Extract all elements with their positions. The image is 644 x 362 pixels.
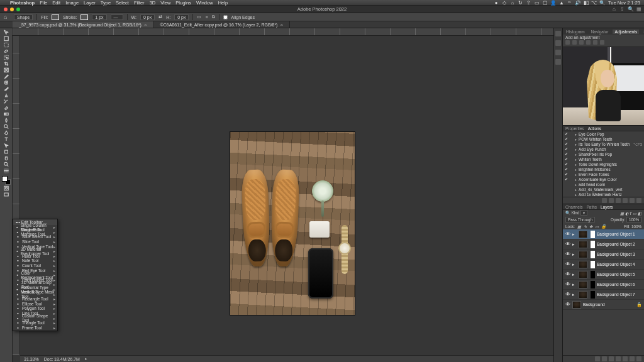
gradient-tool[interactable] xyxy=(4,111,9,117)
menubar-help[interactable]: Help xyxy=(218,0,228,6)
layer-thumbnail[interactable] xyxy=(579,281,587,288)
menubar-edit[interactable]: Edit xyxy=(52,0,60,6)
layer-row[interactable]: 👁▸Background Object 3 xyxy=(563,250,644,260)
action-row[interactable]: ✔▸Even Face Tones xyxy=(563,172,644,177)
path-arrange-icon[interactable]: ⧉ xyxy=(212,14,215,19)
lock-artboard-icon[interactable]: ▭ xyxy=(595,224,599,229)
layer-row[interactable]: 👁▸Background Object 5 xyxy=(563,270,644,280)
layer-row[interactable]: 👁▸Background Object 2 xyxy=(563,239,644,250)
layer-trash-icon[interactable] xyxy=(636,356,641,361)
adj-exposure-icon[interactable] xyxy=(586,40,591,45)
layer-mask-icon[interactable] xyxy=(609,356,614,361)
chevron-right-icon[interactable]: ▸ xyxy=(575,182,577,187)
visibility-toggle[interactable]: 👁 xyxy=(565,241,570,247)
layer-thumbnail[interactable] xyxy=(579,251,587,258)
marquee-tool[interactable] xyxy=(4,42,9,48)
action-dialog-checkbox[interactable] xyxy=(570,178,573,181)
tab-channels[interactable]: Channels xyxy=(565,205,582,209)
actions-record-icon[interactable] xyxy=(609,198,614,203)
crop-tool[interactable] xyxy=(4,61,9,67)
chevron-right-icon[interactable]: ▸ xyxy=(575,162,577,167)
menubar-app[interactable]: Photoshop xyxy=(10,0,35,6)
action-row[interactable]: ✔▸SharkPixel Iris Pop xyxy=(563,151,644,156)
adj-brightness-icon[interactable] xyxy=(565,40,570,45)
chevron-right-icon[interactable]: ▸ xyxy=(575,132,577,136)
action-row[interactable]: ✔▸POW Whiten Teeth xyxy=(563,136,644,141)
status-clock[interactable]: Tue Nov 2 1:23 xyxy=(608,0,640,6)
status-dropbox-icon[interactable]: ◇ xyxy=(502,0,507,5)
layer-thumbnail[interactable] xyxy=(579,271,587,278)
action-enabled-checkbox[interactable]: ✔ xyxy=(565,158,568,161)
type-tool[interactable] xyxy=(4,136,9,142)
brush-tool[interactable] xyxy=(4,86,9,92)
chevron-right-icon[interactable]: ▸ xyxy=(572,282,577,287)
doc-size[interactable]: Doc: 18.4M/26.7M xyxy=(44,357,80,361)
layer-new-icon[interactable] xyxy=(630,356,635,361)
chevron-right-icon[interactable]: ▸ xyxy=(575,147,577,151)
action-enabled-checkbox[interactable] xyxy=(565,183,568,186)
flyout-item[interactable]: ▪Rectangle Tool▸ xyxy=(13,297,57,302)
status-sync-icon[interactable]: ↻ xyxy=(518,0,523,5)
action-enabled-checkbox[interactable]: ✔ xyxy=(565,178,568,181)
action-row[interactable]: ✔▸Its Too Early To Whiten Teeth⌥F3 xyxy=(563,141,644,146)
stroke-swatch[interactable] xyxy=(80,14,88,20)
move-tool[interactable] xyxy=(4,30,9,35)
flyout-item[interactable]: ▪Vertical Type Mask Tool▸ xyxy=(13,292,57,297)
status-user-icon[interactable]: 👤 xyxy=(551,0,556,5)
tab-navigator[interactable]: Navigator xyxy=(589,30,611,34)
layer-name[interactable]: Background Object 7 xyxy=(597,292,635,297)
object-select-tool[interactable] xyxy=(4,55,9,60)
flyout-item[interactable]: ▪Slice Select Tool▸ xyxy=(13,234,57,239)
action-row[interactable]: ▸Add 1x Watermark Hartz xyxy=(563,192,644,197)
layer-mask-thumbnail[interactable] xyxy=(591,241,595,248)
layer-row[interactable]: 👁▸Background Object 4 xyxy=(563,260,644,270)
status-cc-icon[interactable]: ⌂ xyxy=(510,0,515,5)
blend-mode-select[interactable]: Pass Through xyxy=(565,217,595,222)
action-dialog-checkbox[interactable] xyxy=(570,148,573,151)
window-minimize-button[interactable] xyxy=(10,8,14,11)
status-control-center-icon[interactable]: ⌥ xyxy=(592,0,597,5)
chevron-right-icon[interactable]: ▸ xyxy=(575,187,577,192)
spot-heal-tool[interactable] xyxy=(4,80,9,85)
adj-vibrance-icon[interactable] xyxy=(593,40,597,45)
status-search-icon[interactable]: 🔍 xyxy=(600,0,605,5)
flyout-item[interactable]: ▪Polygon Tool▸ xyxy=(13,306,57,311)
path-ops-icon[interactable]: ▭ xyxy=(197,14,201,19)
artboard-tool[interactable] xyxy=(4,36,9,41)
path-align-icon[interactable]: ≡ xyxy=(205,15,208,19)
tab-actions[interactable]: Actions xyxy=(588,126,601,131)
layers-kind-select[interactable]: ▾ xyxy=(580,210,587,216)
action-enabled-checkbox[interactable]: ✔ xyxy=(565,148,568,151)
adj-hue-icon[interactable] xyxy=(600,40,604,45)
chevron-right-icon[interactable]: ▸ xyxy=(572,232,577,237)
layer-mask-thumbnail[interactable] xyxy=(591,261,595,268)
dock-icon-patterns[interactable] xyxy=(555,59,561,65)
action-row[interactable]: ✔▸Whiten Teeth xyxy=(563,156,644,162)
frame-tool[interactable] xyxy=(4,67,9,73)
lock-all-icon[interactable]: 🔒 xyxy=(601,224,606,229)
layer-row[interactable]: 👁Background🔒 xyxy=(563,300,644,310)
document-tab-2[interactable]: ©C6A0611_Edit_After copy.psd @ 16.7% (La… xyxy=(154,21,291,28)
chevron-right-icon[interactable]: ▸ xyxy=(575,167,577,172)
dock-icon-color[interactable] xyxy=(555,31,561,36)
visibility-toggle[interactable]: 👁 xyxy=(565,251,570,257)
action-dialog-checkbox[interactable] xyxy=(570,138,573,141)
actions-new-icon[interactable] xyxy=(630,198,635,203)
dock-icon-swatches[interactable] xyxy=(555,40,561,46)
visibility-toggle[interactable]: 👁 xyxy=(565,292,570,297)
pen-tool[interactable] xyxy=(4,130,9,136)
filter-smart-icon[interactable]: ◧ xyxy=(638,211,641,216)
layer-name[interactable]: Background Object 6 xyxy=(597,282,635,287)
action-dialog-checkbox[interactable] xyxy=(570,143,573,146)
action-row[interactable]: ✔▸Accentuate Eye Color xyxy=(563,177,644,182)
action-dialog-checkbox[interactable] xyxy=(570,193,573,196)
chevron-right-icon[interactable]: ▸ xyxy=(575,137,577,141)
chevron-right-icon[interactable]: ▸ xyxy=(575,172,577,177)
window-close-button[interactable] xyxy=(4,8,8,11)
close-icon[interactable]: × xyxy=(280,22,283,28)
chevron-right-icon[interactable]: ▸ xyxy=(575,152,577,156)
layer-thumbnail[interactable] xyxy=(579,291,587,299)
window-zoom-button[interactable] xyxy=(16,8,20,11)
zoom-level[interactable]: 31.33% xyxy=(24,357,39,361)
action-row[interactable]: ✔▸Brighten Midtones xyxy=(563,167,644,172)
